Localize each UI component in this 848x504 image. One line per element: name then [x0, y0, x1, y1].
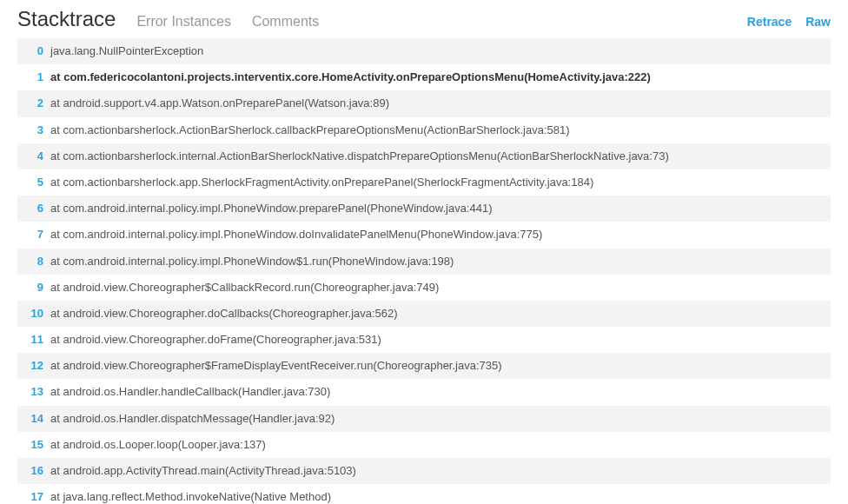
- frame-text: at com.actionbarsherlock.app.SherlockFra…: [50, 175, 593, 190]
- frame-number: 1: [24, 70, 43, 85]
- frame-number: 3: [24, 123, 43, 138]
- frame-number: 14: [24, 411, 43, 427]
- stack-frame[interactable]: 7at com.android.internal.policy.impl.Pho…: [17, 222, 831, 248]
- stack-frame[interactable]: 4at com.actionbarsherlock.internal.Actio…: [17, 143, 831, 169]
- frame-number: 13: [24, 384, 43, 400]
- frame-text: at java.lang.reflect.Method.invokeNative…: [50, 489, 331, 504]
- frame-number: 8: [24, 254, 43, 269]
- frame-number: 16: [24, 463, 43, 479]
- frame-text: at com.actionbarsherlock.ActionBarSherlo…: [50, 123, 570, 138]
- frame-number: 11: [24, 332, 43, 348]
- frame-number: 6: [24, 201, 43, 216]
- frame-number: 0: [24, 43, 43, 59]
- stack-frame[interactable]: 8at com.android.internal.policy.impl.Pho…: [17, 249, 831, 275]
- stack-frame[interactable]: 2at android.support.v4.app.Watson.onPrep…: [17, 90, 831, 116]
- stack-frame[interactable]: 5at com.actionbarsherlock.app.SherlockFr…: [17, 169, 831, 196]
- stack-frame[interactable]: 3at com.actionbarsherlock.ActionBarSherl…: [17, 117, 831, 143]
- frame-text: at android.view.Choreographer$FrameDispl…: [50, 358, 502, 374]
- stack-frame[interactable]: 15at android.os.Looper.loop(Looper.java:…: [17, 432, 831, 458]
- stack-frame[interactable]: 14at android.os.Handler.dispatchMessage(…: [17, 406, 831, 432]
- frame-text: at com.android.internal.policy.impl.Phon…: [50, 227, 542, 242]
- frame-text: at android.view.Choreographer.doCallback…: [50, 306, 398, 322]
- frame-text: at android.support.v4.app.Watson.onPrepa…: [50, 96, 389, 111]
- tabs: Stacktrace Error Instances Comments: [17, 7, 747, 31]
- stack-frame[interactable]: 10at android.view.Choreographer.doCallba…: [17, 301, 831, 327]
- frame-number: 9: [24, 280, 43, 295]
- frame-text: at android.view.Choreographer$CallbackRe…: [50, 280, 439, 295]
- frame-text: at com.android.internal.policy.impl.Phon…: [50, 201, 493, 216]
- frame-number: 4: [24, 149, 43, 164]
- stack-frame[interactable]: 16at android.app.ActivityThread.main(Act…: [17, 458, 831, 484]
- stack-frame[interactable]: 6at com.android.internal.policy.impl.Pho…: [17, 196, 831, 222]
- frame-text: at com.federicocolantoni.projects.interv…: [50, 70, 651, 85]
- stack-frame[interactable]: 13at android.os.Handler.handleCallback(H…: [17, 379, 831, 405]
- tab-error-instances[interactable]: Error Instances: [136, 14, 230, 30]
- frame-text: at android.os.Looper.loop(Looper.java:13…: [50, 437, 266, 453]
- frame-number: 5: [24, 175, 43, 190]
- frame-number: 12: [24, 358, 43, 374]
- frame-text: at android.os.Handler.dispatchMessage(Ha…: [50, 411, 335, 427]
- stack-frame[interactable]: 11at android.view.Choreographer.doFrame(…: [17, 327, 831, 353]
- frame-number: 7: [24, 227, 43, 242]
- frame-text: at android.app.ActivityThread.main(Activ…: [50, 463, 356, 479]
- frame-text: at com.actionbarsherlock.internal.Action…: [50, 149, 669, 164]
- frame-number: 17: [24, 489, 43, 504]
- frame-number: 2: [24, 96, 43, 111]
- frame-number: 10: [24, 306, 43, 322]
- header-actions: Retrace Raw: [747, 15, 831, 29]
- frame-text: java.lang.NullPointerException: [50, 43, 203, 59]
- stack-frame[interactable]: 0java.lang.NullPointerException: [17, 38, 831, 64]
- raw-link[interactable]: Raw: [805, 15, 831, 29]
- tab-comments[interactable]: Comments: [252, 14, 319, 30]
- frame-number: 15: [24, 437, 43, 453]
- tab-stacktrace[interactable]: Stacktrace: [17, 7, 116, 31]
- stack-frame[interactable]: 9at android.view.Choreographer$CallbackR…: [17, 275, 831, 301]
- header: Stacktrace Error Instances Comments Retr…: [0, 0, 848, 38]
- stack-frame[interactable]: 1at com.federicocolantoni.projects.inter…: [17, 64, 831, 90]
- frame-text: at com.android.internal.policy.impl.Phon…: [50, 254, 454, 269]
- stacktrace-list: 0java.lang.NullPointerException1at com.f…: [0, 38, 848, 504]
- frame-text: at android.view.Choreographer.doFrame(Ch…: [50, 332, 381, 348]
- stack-frame[interactable]: 17at java.lang.reflect.Method.invokeNati…: [17, 484, 831, 504]
- retrace-link[interactable]: Retrace: [747, 15, 792, 29]
- stack-frame[interactable]: 12at android.view.Choreographer$FrameDis…: [17, 353, 831, 379]
- frame-text: at android.os.Handler.handleCallback(Han…: [50, 384, 330, 400]
